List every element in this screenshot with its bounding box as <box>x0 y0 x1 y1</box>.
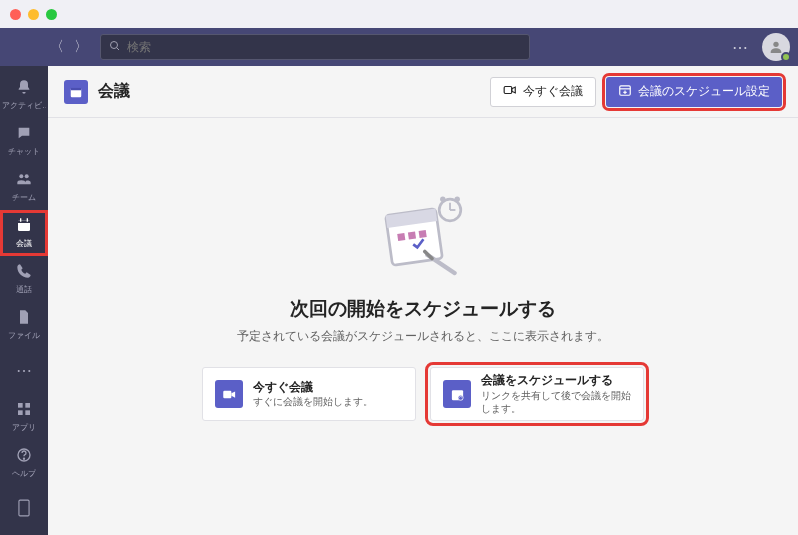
svg-line-1 <box>117 47 120 50</box>
topbar-more[interactable]: ⋯ <box>726 38 754 57</box>
nav-back[interactable]: 〈 <box>46 36 68 58</box>
calendar-icon <box>16 217 32 236</box>
rail-chat[interactable]: チャット <box>0 118 48 164</box>
svg-rect-30 <box>397 233 405 241</box>
rail-device[interactable] <box>0 489 48 535</box>
svg-rect-17 <box>71 87 82 89</box>
teams-icon <box>16 171 32 190</box>
svg-point-0 <box>111 41 118 48</box>
rail-help[interactable]: ヘルプ <box>0 443 48 489</box>
apps-icon <box>16 401 32 420</box>
nav-forward[interactable]: 〉 <box>70 36 92 58</box>
side-rail: アクティビ… チャット チーム 会議 通話 <box>0 66 48 535</box>
window-maximize-dot[interactable] <box>46 9 57 20</box>
page-header: 会議 今すぐ会議 会議のスケジュール設定 <box>48 66 798 118</box>
search-icon <box>109 40 121 55</box>
card-title: 今すぐ会議 <box>253 380 373 396</box>
empty-heading: 次回の開始をスケジュールする <box>290 296 556 322</box>
card-sub: リンクを共有して後で会議を開始します。 <box>481 389 631 415</box>
svg-point-2 <box>773 42 778 47</box>
svg-rect-11 <box>18 410 23 415</box>
svg-rect-31 <box>408 231 416 239</box>
calendar-illustration <box>368 192 478 282</box>
video-icon <box>215 380 243 408</box>
rail-label: ヘルプ <box>12 468 36 479</box>
rail-label: 会議 <box>16 238 32 249</box>
button-label: 今すぐ会議 <box>523 83 583 100</box>
rail-label: アクティビ… <box>2 100 46 111</box>
search-box[interactable] <box>100 34 530 60</box>
more-icon: ⋯ <box>16 363 32 379</box>
phone-icon <box>16 263 32 282</box>
svg-rect-15 <box>19 500 29 516</box>
card-sub: すぐに会議を開始します。 <box>253 395 373 408</box>
svg-point-35 <box>458 395 463 400</box>
rail-apps[interactable]: アプリ <box>0 397 48 443</box>
topbar: 〈 〉 ⋯ <box>0 28 798 66</box>
svg-point-27 <box>455 197 460 202</box>
calendar-add-icon <box>618 83 632 100</box>
svg-rect-32 <box>419 230 427 238</box>
device-icon <box>17 499 31 520</box>
svg-point-4 <box>25 174 29 178</box>
rail-label: アプリ <box>12 422 36 433</box>
file-icon <box>16 309 32 328</box>
rail-more[interactable]: ⋯ <box>0 348 48 394</box>
rail-label: ファイル <box>8 330 40 341</box>
profile-avatar[interactable] <box>762 33 790 61</box>
rail-activity[interactable]: アクティビ… <box>0 72 48 118</box>
svg-rect-6 <box>18 220 30 223</box>
window-close-dot[interactable] <box>10 9 21 20</box>
page-title: 会議 <box>98 81 130 102</box>
rail-label: チャット <box>8 146 40 157</box>
schedule-meeting-button[interactable]: 会議のスケジュール設定 <box>606 77 782 107</box>
svg-rect-33 <box>223 390 231 398</box>
window-minimize-dot[interactable] <box>28 9 39 20</box>
empty-state: 次回の開始をスケジュールする 予定されている会議がスケジュールされると、ここに表… <box>48 118 798 535</box>
svg-point-3 <box>19 174 23 178</box>
svg-rect-9 <box>18 403 23 408</box>
meet-now-button[interactable]: 今すぐ会議 <box>490 77 596 107</box>
svg-point-26 <box>440 197 445 202</box>
rail-teams[interactable]: チーム <box>0 164 48 210</box>
schedule-card[interactable]: 会議をスケジュールする リンクを共有して後で会議を開始します。 <box>430 367 644 421</box>
card-title: 会議をスケジュールする <box>481 373 631 389</box>
svg-rect-12 <box>25 410 30 415</box>
presence-indicator <box>781 52 791 62</box>
help-icon <box>16 447 32 466</box>
rail-label: 通話 <box>16 284 32 295</box>
page-header-icon <box>64 80 88 104</box>
search-input[interactable] <box>127 40 521 54</box>
bell-icon <box>16 79 32 98</box>
chat-icon <box>16 125 32 144</box>
rail-calendar[interactable]: 会議 <box>0 210 48 256</box>
rail-label: チーム <box>12 192 36 203</box>
rail-files[interactable]: ファイル <box>0 302 48 348</box>
svg-point-14 <box>23 458 24 459</box>
svg-rect-10 <box>25 403 30 408</box>
empty-sub: 予定されている会議がスケジュールされると、ここに表示されます。 <box>237 328 609 345</box>
mac-titlebar <box>0 0 798 28</box>
main-area: 会議 今すぐ会議 会議のスケジュール設定 <box>48 66 798 535</box>
svg-rect-18 <box>504 87 512 94</box>
button-label: 会議のスケジュール設定 <box>638 83 770 100</box>
video-icon <box>503 83 517 100</box>
calendar-link-icon <box>443 380 471 408</box>
rail-calls[interactable]: 通話 <box>0 256 48 302</box>
meet-now-card[interactable]: 今すぐ会議 すぐに会議を開始します。 <box>202 367 416 421</box>
